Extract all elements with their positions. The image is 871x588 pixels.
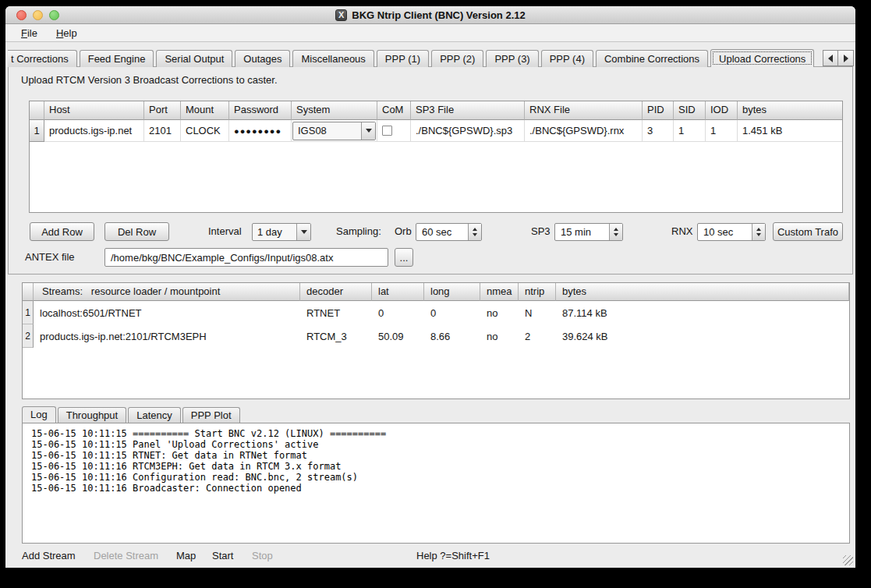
antex-file-input[interactable]: /home/bkg/BNC/Example_Configs/Input/igs0… (104, 248, 388, 267)
password-cell[interactable]: ●●●●●●●● (229, 120, 292, 142)
stream-mountpoint[interactable]: localhost:6501/RTNET (34, 301, 300, 324)
log-view[interactable]: 15-06-15 10:11:15 ========== Start BNC v… (22, 423, 850, 544)
main-content: t Corrections Feed Engine Serial Output … (5, 42, 855, 568)
custom-trafo-button[interactable]: Custom Trafo (773, 222, 843, 241)
upload-corrections-panel: Upload RTCM Version 3 Broadcast Correcti… (8, 66, 853, 275)
header-system: System (292, 101, 377, 120)
tab-latency[interactable]: Latency (128, 407, 181, 423)
menu-file[interactable]: File (21, 27, 37, 39)
antex-file-label: ANTEX file (25, 251, 75, 263)
tab-ppp-2[interactable]: PPP (2) (431, 50, 483, 67)
header-long: long (424, 283, 480, 301)
iod-cell[interactable]: 1 (706, 120, 738, 142)
rnx-label: RNX (671, 225, 692, 237)
rnx-spinbox-arrows[interactable] (752, 224, 765, 240)
header-iod: IOD (706, 101, 738, 120)
tab-miscellaneous[interactable]: Miscellaneous (292, 50, 374, 67)
tab-serial-output[interactable]: Serial Output (156, 50, 232, 67)
system-combobox-value: IGS08 (293, 122, 361, 140)
header-lat: lat (372, 283, 424, 301)
x11-app-icon: X (335, 9, 347, 21)
window-title: BKG Ntrip Client (BNC) Version 2.12 (352, 9, 525, 21)
spin-down-icon (614, 233, 618, 236)
stream-ntrip: N (519, 301, 556, 324)
pid-cell[interactable]: 3 (643, 120, 674, 142)
stream-bytes: 39.624 kB (556, 324, 849, 348)
streams-table[interactable]: Streams: resource loader / mountpoint de… (22, 282, 850, 399)
spin-down-icon (756, 233, 761, 236)
log-line: 15-06-15 10:11:16 Broadcaster: Connectio… (31, 483, 849, 494)
header-sid: SID (674, 101, 706, 120)
sp3-spinbox-arrows[interactable] (609, 224, 622, 240)
tab-log[interactable]: Log (22, 406, 56, 423)
port-cell[interactable]: 2101 (144, 120, 181, 142)
tab-ppp-1[interactable]: PPP (1) (377, 50, 429, 67)
sp3-file-cell[interactable]: ./BNC${GPSWD}.sp3 (411, 120, 525, 142)
tab-upload-corrections[interactable]: Upload Corrections (710, 49, 814, 67)
bnc-window: X BKG Ntrip Client (BNC) Version 2.12 Fi… (5, 6, 855, 568)
interval-label: Interval (208, 225, 242, 237)
tab-ppp-4[interactable]: PPP (4) (541, 50, 593, 67)
mount-cell[interactable]: CLOCK (181, 120, 229, 142)
tab-throughput[interactable]: Throughput (58, 407, 127, 423)
antex-browse-button[interactable]: ... (395, 248, 413, 267)
host-cell[interactable]: products.igs-ip.net (44, 120, 144, 142)
upload-table-row[interactable]: 1 products.igs-ip.net 2101 CLOCK ●●●●●●●… (30, 120, 842, 142)
sampling-label: Sampling: (336, 225, 381, 237)
stream-ntrip: 2 (519, 324, 556, 348)
add-stream-button[interactable]: Add Stream (22, 550, 76, 561)
stream-long: 8.66 (424, 324, 480, 348)
menu-file-rest: ile (27, 27, 37, 39)
title-bar[interactable]: X BKG Ntrip Client (BNC) Version 2.12 (5, 6, 855, 24)
zoom-window-button[interactable] (49, 10, 59, 20)
stream-mountpoint[interactable]: products.igs-ip.net:2101/RTCM3EPH (34, 324, 300, 348)
stream-row[interactable]: 1 localhost:6501/RTNET RTNET 0 0 no N 87… (23, 301, 849, 324)
upload-table-header-row: Host Port Mount Password System CoM SP3 … (30, 101, 842, 120)
chevron-down-icon (366, 129, 372, 133)
system-cell: IGS08 (292, 120, 377, 142)
corner-header-cell (30, 101, 44, 120)
orb-spinbox[interactable]: 60 sec (416, 223, 482, 241)
resize-grip[interactable] (843, 555, 853, 565)
panel-description: Upload RTCM Version 3 Broadcast Correcti… (21, 74, 278, 86)
tab-ppp-3[interactable]: PPP (3) (486, 50, 538, 67)
system-combobox[interactable]: IGS08 (292, 122, 376, 140)
sp3-spinbox[interactable]: 15 min (554, 223, 623, 241)
header-mount: Mount (181, 101, 229, 120)
map-button[interactable]: Map (176, 550, 196, 561)
log-line: 15-06-15 10:11:16 Configuration read: BN… (31, 472, 849, 483)
delete-stream-button: Delete Stream (94, 550, 158, 561)
interval-combobox-button[interactable] (296, 224, 310, 240)
minimize-window-button[interactable] (33, 10, 43, 20)
header-port: Port (144, 101, 181, 120)
row-number-cell: 1 (30, 120, 44, 142)
rnx-file-cell[interactable]: ./BNC${GPSWD}.rnx (525, 120, 643, 142)
add-row-button[interactable]: Add Row (30, 222, 94, 241)
tab-broadcast-corrections[interactable]: t Corrections (8, 50, 77, 67)
stream-row[interactable]: 2 products.igs-ip.net:2101/RTCM3EPH RTCM… (23, 324, 849, 348)
rnx-spinbox[interactable]: 10 sec (697, 223, 766, 241)
del-row-button[interactable]: Del Row (104, 222, 169, 241)
password-dots: ●●●●●●●● (234, 126, 281, 136)
upload-table[interactable]: Host Port Mount Password System CoM SP3 … (29, 101, 843, 213)
interval-combobox[interactable]: 1 day (252, 223, 311, 241)
orb-spinbox-arrows[interactable] (468, 224, 481, 240)
tab-outages[interactable]: Outages (235, 50, 290, 67)
stream-decoder: RTCM_3 (300, 324, 372, 348)
menu-help[interactable]: Help (56, 27, 77, 39)
menu-help-mnemonic: H (56, 27, 63, 39)
tab-combine-corrections[interactable]: Combine Corrections (596, 50, 708, 67)
com-checkbox[interactable] (382, 126, 392, 136)
tab-feed-engine[interactable]: Feed Engine (80, 50, 154, 67)
log-line: 15-06-15 10:11:15 RTNET: Get data in RTN… (31, 450, 849, 461)
tab-ppp-plot[interactable]: PPP Plot (182, 407, 240, 423)
close-window-button[interactable] (16, 10, 27, 20)
sid-cell[interactable]: 1 (674, 120, 706, 142)
streams-corner-header (23, 283, 34, 301)
spin-down-icon (473, 233, 477, 236)
start-button[interactable]: Start (212, 550, 233, 561)
chevron-down-icon (301, 230, 307, 234)
system-combobox-button[interactable] (361, 122, 375, 140)
stream-row-number: 2 (23, 324, 34, 348)
streams-header-row: Streams: resource loader / mountpoint de… (23, 283, 849, 301)
